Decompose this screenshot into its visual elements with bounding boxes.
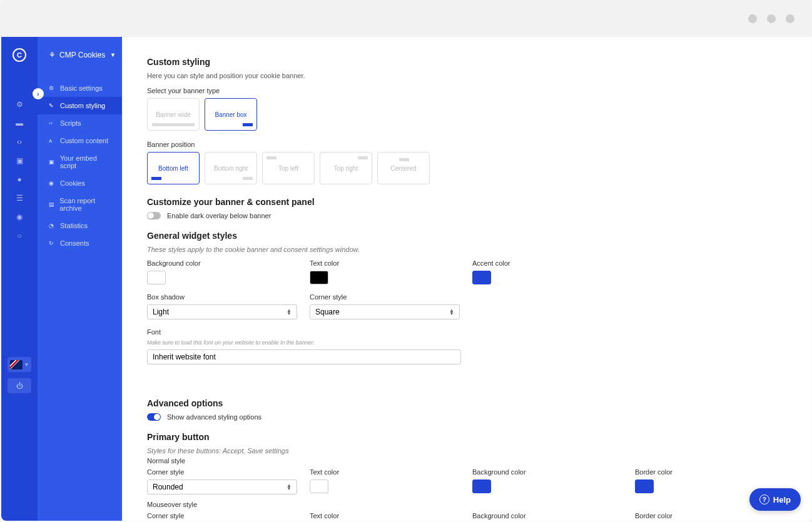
nav-rail: C › ⚙ ▬ ‹› ▣ ● ☰ ◉ ○ ▼ ⏻ — [1, 37, 38, 521]
rail-icon-code[interactable]: ‹› — [14, 137, 24, 147]
normal-bg-color-swatch[interactable] — [472, 479, 491, 493]
position-bottom-left[interactable]: Bottom left — [147, 152, 200, 184]
box-shadow-select[interactable]: Light▲▼ — [147, 304, 297, 319]
sidebar-item-basic-settings[interactable]: ⚙Basic settings — [38, 79, 122, 97]
sidebar-item-label: Basic settings — [60, 84, 103, 92]
select-caret-icon: ▲▼ — [449, 309, 454, 315]
window-control-dot[interactable] — [748, 14, 757, 23]
text-color-label: Text color — [310, 468, 472, 476]
select-caret-icon: ▲▼ — [287, 484, 292, 490]
text-color-swatch[interactable] — [310, 271, 328, 284]
rail-icon-globe[interactable]: ● — [14, 174, 24, 184]
sidebar: ⚘ CMP Cookies ▼ ⚙Basic settings ✎Custom … — [38, 37, 122, 521]
text-color-label: Text color — [310, 512, 472, 519]
power-button[interactable]: ⏻ — [8, 378, 31, 393]
rail-icon-world[interactable]: ◉ — [14, 212, 24, 222]
position-label-text: Top right — [334, 165, 358, 172]
sidebar-item-label: Scan report archive — [59, 197, 114, 212]
sidebar-header[interactable]: ⚘ CMP Cookies ▼ — [38, 51, 122, 59]
section-note: These styles apply to the cookie banner … — [147, 246, 811, 253]
preview-bar — [243, 123, 253, 126]
sidebar-title: CMP Cookies — [59, 51, 105, 59]
sidebar-item-consents[interactable]: ↻Consents — [38, 234, 122, 252]
sidebar-item-cookies[interactable]: ◉Cookies — [38, 174, 122, 192]
tree-icon: ⚘ — [49, 51, 56, 59]
position-label-text: Bottom left — [158, 165, 188, 172]
sidebar-item-embed-script[interactable]: ▣Your embed script — [38, 149, 122, 174]
rail-icon-folder[interactable]: ▬ — [14, 118, 24, 128]
help-label: Help — [773, 495, 791, 504]
section-heading: Primary button — [147, 432, 811, 442]
position-top-right[interactable]: Top right — [320, 152, 372, 184]
normal-text-color-swatch[interactable] — [310, 479, 328, 493]
normal-style-label: Normal style — [147, 457, 811, 464]
font-input[interactable] — [147, 349, 461, 364]
border-color-label: Border color — [635, 512, 798, 519]
chart-icon: ◔ — [49, 223, 55, 229]
bg-color-swatch[interactable] — [147, 271, 166, 284]
box-shadow-label: Box shadow — [147, 293, 310, 301]
position-label-text: Bottom right — [214, 165, 248, 172]
position-label-text: Top left — [278, 165, 298, 172]
refresh-icon: ↻ — [49, 240, 55, 246]
banner-type-wide[interactable]: Banner wide — [147, 98, 200, 131]
sidebar-item-label: Statistics — [60, 222, 88, 229]
app-logo[interactable]: C — [13, 48, 26, 62]
chevron-down-icon: ▼ — [110, 52, 116, 58]
normal-corner-select[interactable]: Rounded▲▼ — [147, 479, 297, 494]
help-button[interactable]: ? Help — [749, 488, 801, 511]
window-titlebar — [0, 0, 812, 37]
banner-position-label: Banner position — [147, 141, 811, 148]
section-heading: Advanced options — [147, 398, 811, 408]
text-icon: ᴀ — [49, 138, 55, 144]
rail-icon-users[interactable]: ☰ — [14, 193, 24, 203]
box-icon: ▣ — [49, 159, 55, 165]
bg-color-label: Background color — [147, 259, 310, 267]
window-control-dot[interactable] — [786, 14, 794, 23]
rail-icon-tree[interactable]: ⚙ — [14, 99, 24, 109]
language-selector[interactable]: ▼ — [8, 357, 31, 372]
sidebar-item-label: Custom content — [60, 137, 108, 144]
advanced-options-toggle[interactable] — [147, 413, 161, 421]
uk-flag-icon — [10, 360, 23, 369]
dark-overlay-toggle[interactable] — [147, 212, 161, 219]
sidebar-item-scan-archive[interactable]: ▤Scan report archive — [38, 192, 122, 217]
sidebar-item-custom-styling[interactable]: ✎Custom styling — [38, 97, 122, 114]
sidebar-item-label: Consents — [60, 239, 89, 247]
rail-icon-info[interactable]: ○ — [14, 231, 24, 241]
section-description: Here you can style and position your coo… — [147, 72, 811, 79]
text-color-label: Text color — [310, 259, 472, 267]
sidebar-item-scripts[interactable]: ‹›Scripts — [38, 114, 122, 132]
corner-label: Corner style — [147, 468, 310, 476]
select-value: Rounded — [153, 483, 183, 491]
position-bottom-right[interactable]: Bottom right — [205, 152, 257, 184]
sidebar-toggle[interactable]: › — [33, 88, 44, 99]
font-label: Font — [147, 328, 811, 336]
position-label-text: Centered — [390, 165, 416, 172]
chevron-down-icon: ▼ — [24, 362, 29, 368]
main-content: Custom styling Here you can style and po… — [122, 37, 811, 521]
rail-icon-briefcase[interactable]: ▣ — [14, 156, 24, 166]
toggle-label: Show advanced styling options — [167, 413, 261, 421]
preview-bar — [152, 123, 195, 126]
corner-label: Corner style — [147, 512, 310, 519]
window-control-dot[interactable] — [767, 14, 776, 23]
banner-type-label-text: Banner box — [215, 111, 246, 118]
sidebar-item-statistics[interactable]: ◔Statistics — [38, 217, 122, 234]
section-heading: General widget styles — [147, 231, 811, 241]
normal-border-color-swatch[interactable] — [635, 479, 654, 493]
corner-style-select[interactable]: Square▲▼ — [310, 304, 460, 319]
font-note: Make sure to load this font on your webs… — [147, 339, 811, 346]
accent-color-swatch[interactable] — [472, 271, 491, 284]
section-heading: Custom styling — [147, 57, 811, 67]
select-value: Light — [153, 308, 169, 316]
code-icon: ‹› — [49, 120, 55, 126]
sidebar-item-custom-content[interactable]: ᴀCustom content — [38, 132, 122, 149]
bg-color-label: Background color — [472, 512, 635, 519]
gear-icon: ⚙ — [49, 85, 55, 91]
position-top-left[interactable]: Top left — [262, 152, 315, 184]
bg-color-label: Background color — [472, 468, 635, 476]
accent-color-label: Accent color — [472, 259, 635, 267]
position-centered[interactable]: Centered — [377, 152, 430, 184]
banner-type-box[interactable]: Banner box — [205, 98, 257, 131]
